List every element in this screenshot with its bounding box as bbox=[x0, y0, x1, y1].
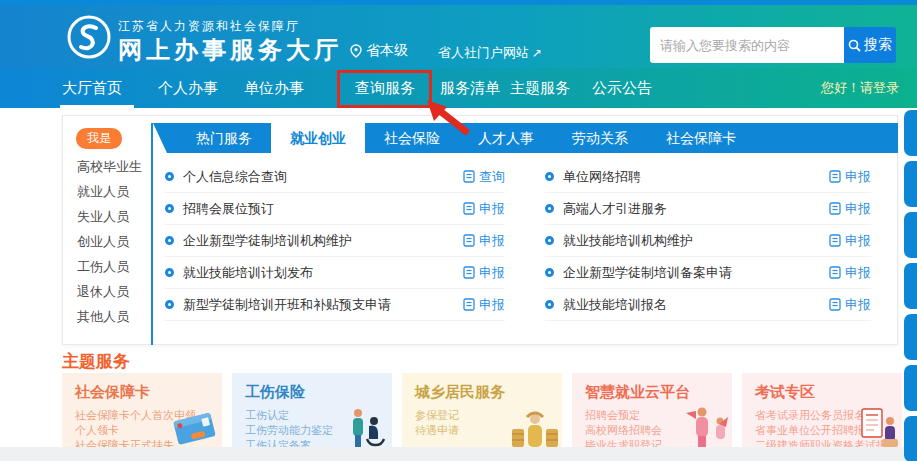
highlight-arrow-icon bbox=[420, 100, 472, 136]
doc-icon bbox=[463, 234, 475, 247]
bullet-icon bbox=[545, 204, 554, 213]
hr-social-security-logo-icon bbox=[66, 14, 112, 64]
nav-item-notice[interactable]: 公示公告 bbox=[592, 68, 652, 108]
action-link[interactable]: 申报 bbox=[463, 200, 505, 218]
action-link[interactable]: 申报 bbox=[829, 232, 871, 250]
doc-icon bbox=[463, 170, 475, 183]
doc-icon bbox=[829, 202, 841, 215]
sidebar-item-employed[interactable]: 就业人员 bbox=[77, 183, 151, 201]
bullet-icon bbox=[165, 236, 174, 245]
floating-sidebar-button[interactable] bbox=[904, 161, 917, 207]
floating-sidebar-button[interactable] bbox=[904, 314, 917, 360]
tab-talent[interactable]: 人才人事 bbox=[459, 123, 553, 153]
sidebar-item-injured[interactable]: 工伤人员 bbox=[77, 258, 151, 276]
action-link[interactable]: 申报 bbox=[829, 296, 871, 314]
bullet-icon bbox=[165, 172, 174, 181]
service-tabs: 热门服务 就业创业 社会保险 人才人事 劳动关系 社会保障卡 bbox=[153, 123, 898, 153]
action-link[interactable]: 申报 bbox=[463, 264, 505, 282]
service-row[interactable]: 高端人才引进服务 申报 bbox=[545, 193, 871, 225]
action-link[interactable]: 申报 bbox=[829, 168, 871, 186]
floating-sidebar-button[interactable] bbox=[904, 263, 917, 309]
nav-item-unit[interactable]: 单位办事 bbox=[244, 68, 304, 108]
floating-sidebar-button[interactable] bbox=[904, 212, 917, 258]
location-pin-icon bbox=[350, 44, 362, 58]
highlight-box-query-service bbox=[337, 70, 432, 108]
social-card-illustration bbox=[168, 407, 220, 447]
external-link-icon: ↗ bbox=[532, 46, 542, 60]
theme-card-smart-employment-cloud[interactable]: 智慧就业云平台 招聘会预定 高校网络招聘会 毕业生求职登记 bbox=[572, 373, 732, 447]
theme-card-exam-zone[interactable]: 考试专区 省考试录用公务员报名 省事业单位公开招聘报名 二级建造师职业资格考试报… bbox=[742, 373, 902, 447]
service-row[interactable]: 就业技能培训报名 申报 bbox=[545, 289, 871, 321]
sidebar-item-unemployed[interactable]: 失业人员 bbox=[77, 208, 151, 226]
floating-sidebar-button[interactable] bbox=[904, 365, 917, 411]
sidebar-item-retired[interactable]: 退休人员 bbox=[77, 283, 151, 301]
action-link[interactable]: 查询 bbox=[463, 168, 505, 186]
service-row[interactable]: 就业技能培训机构维护 申报 bbox=[545, 225, 871, 257]
services-panel: 我是 高校毕业生 就业人员 失业人员 创业人员 工伤人员 退休人员 其他人员 热… bbox=[62, 115, 898, 345]
bullet-icon bbox=[165, 300, 174, 309]
bullet-icon bbox=[545, 268, 554, 277]
theme-card-urban-rural-residents[interactable]: 城乡居民服务 参保登记 待遇申请 bbox=[402, 373, 562, 447]
tab-labor[interactable]: 劳动关系 bbox=[553, 123, 647, 153]
service-row[interactable]: 招聘会展位预订 申报 bbox=[165, 193, 505, 225]
doc-icon bbox=[463, 266, 475, 279]
footer-background-strip bbox=[0, 447, 917, 461]
nav-item-theme[interactable]: 主题服务 bbox=[510, 68, 570, 108]
region-label: 省本级 bbox=[366, 42, 408, 60]
site-title: 网上办事服务大厅 bbox=[118, 34, 342, 66]
org-name: 江苏省人力资源和社会保障厅 bbox=[118, 18, 300, 35]
caregiver-illustration bbox=[344, 405, 390, 447]
service-column-right: 单位网络招聘 申报 高端人才引进服务 申报 就业技能培训机构维护 申报 企业新型… bbox=[545, 161, 871, 321]
service-row[interactable]: 单位网络招聘 申报 bbox=[545, 161, 871, 193]
service-column-left: 个人信息综合查询 查询 招聘会展位预订 申报 企业新型学徒制培训机构维护 申报 … bbox=[165, 161, 505, 321]
doc-icon bbox=[463, 202, 475, 215]
theme-section-title: 主题服务 bbox=[62, 350, 130, 373]
page: 江苏省人力资源和社会保障厅 网上办事服务大厅 省本级 省人社门户网站↗ 搜索 bbox=[0, 0, 917, 461]
sidebar-item-entrepreneur[interactable]: 创业人员 bbox=[77, 233, 151, 251]
nav-item-personal[interactable]: 个人办事 bbox=[158, 68, 218, 108]
sidebar-item-other[interactable]: 其他人员 bbox=[77, 308, 151, 326]
service-row[interactable]: 就业技能培训计划发布 申报 bbox=[165, 257, 505, 289]
search-input[interactable] bbox=[650, 27, 844, 63]
sidebar-divider bbox=[151, 123, 153, 345]
active-nav-underline bbox=[60, 105, 134, 108]
theme-card-social-security-card[interactable]: 社会保障卡 社会保障卡个人首次申领 个人领卡 社会保障卡正式挂失 bbox=[62, 373, 222, 447]
bullet-icon bbox=[545, 172, 554, 181]
tab-employment[interactable]: 就业创业 bbox=[271, 123, 365, 153]
bullet-icon bbox=[165, 204, 174, 213]
action-link[interactable]: 申报 bbox=[829, 264, 871, 282]
who-am-i-badge: 我是 bbox=[76, 128, 122, 149]
action-link[interactable]: 申报 bbox=[463, 232, 505, 250]
theme-card-work-injury-insurance[interactable]: 工伤保险 工伤认定 工伤劳动能力鉴定 工伤认定备案 bbox=[232, 373, 392, 447]
service-row[interactable]: 企业新型学徒制培训机构维护 申报 bbox=[165, 225, 505, 257]
tab-hot[interactable]: 热门服务 bbox=[177, 123, 271, 153]
sidebar-item-graduate[interactable]: 高校毕业生 bbox=[77, 158, 151, 176]
search-button[interactable]: 搜索 bbox=[844, 27, 896, 63]
search-box: 搜索 bbox=[650, 27, 896, 63]
region-selector[interactable]: 省本级 bbox=[350, 42, 408, 60]
tab-ss-card[interactable]: 社会保障卡 bbox=[647, 123, 755, 153]
floating-sidebar-button[interactable] bbox=[904, 416, 917, 461]
bullet-icon bbox=[545, 236, 554, 245]
doc-icon bbox=[829, 298, 841, 311]
doc-icon bbox=[463, 298, 475, 311]
login-link[interactable]: 您好！请登录 bbox=[821, 68, 899, 108]
exam-paper-illustration bbox=[860, 405, 900, 447]
service-row[interactable]: 企业新型学徒制培训备案申请 申报 bbox=[545, 257, 871, 289]
nav-item-home[interactable]: 大厅首页 bbox=[62, 68, 122, 108]
doc-icon bbox=[829, 234, 841, 247]
doc-icon bbox=[829, 266, 841, 279]
doc-icon bbox=[829, 170, 841, 183]
floating-sidebar-button[interactable] bbox=[904, 110, 917, 156]
site-header: 江苏省人力资源和社会保障厅 网上办事服务大厅 省本级 省人社门户网站↗ 搜索 bbox=[0, 5, 917, 68]
service-row[interactable]: 个人信息综合查询 查询 bbox=[165, 161, 505, 193]
bullet-icon bbox=[545, 300, 554, 309]
megaphone-people-illustration bbox=[678, 403, 730, 447]
farmer-illustration bbox=[510, 407, 560, 447]
action-link[interactable]: 申报 bbox=[829, 200, 871, 218]
portal-site-link[interactable]: 省人社门户网站↗ bbox=[438, 44, 542, 62]
bullet-icon bbox=[165, 268, 174, 277]
service-row[interactable]: 新型学徒制培训开班和补贴预支申请 申报 bbox=[165, 289, 505, 321]
search-icon bbox=[848, 39, 861, 52]
action-link[interactable]: 申报 bbox=[463, 296, 505, 314]
